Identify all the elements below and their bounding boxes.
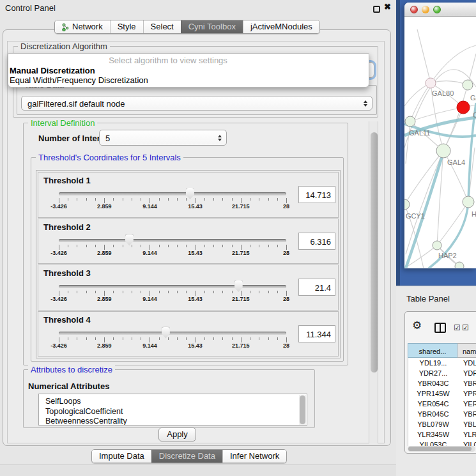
split-view-icon[interactable] (434, 323, 446, 333)
threshold-value-field[interactable]: 21.4 (298, 279, 335, 296)
tab-select[interactable]: Select (143, 20, 181, 33)
node-attribute-table: shared...name YDL19...YDL19...YDR27...YD… (408, 343, 476, 446)
threshold-label: Threshold 1 (43, 176, 91, 185)
algorithm-option-equal-width-frequency-discretization[interactable]: Equal Width/Frequency Discretization (8, 75, 369, 85)
gear-icon[interactable]: ⚙ (412, 320, 422, 331)
tab-network[interactable]: Network (55, 20, 110, 33)
num-intervals-select[interactable]: 5 (99, 130, 227, 146)
tab-label: Infer Network (230, 450, 279, 463)
attribute-item-topologicalcoefficient[interactable]: TopologicalCoefficient (39, 407, 307, 417)
threshold-row-4: Threshold 4-3.4262.8599.14415.4321.71528… (38, 311, 339, 357)
table-row[interactable]: YBL079WYBL079W (408, 419, 476, 429)
threshold-row-2: Threshold 2-3.4262.8599.14415.4321.71528… (38, 219, 339, 265)
table-cell: YDL19... (458, 358, 476, 368)
thresholds-container: Threshold 1-3.4262.8599.14415.4321.71528… (36, 170, 341, 358)
table-row[interactable]: YIL053CYIL053C (408, 440, 476, 446)
algorithm-option-manual-discretization[interactable]: Manual Discretization (8, 66, 369, 75)
attribute-item-selfloops[interactable]: SelfLoops (39, 394, 307, 407)
network-node-ga[interactable] (463, 80, 473, 90)
panel-title: Control Panel (5, 3, 56, 13)
vertical-scrollbar[interactable] (369, 121, 378, 443)
table-row[interactable]: YPR145WYPR145W (408, 388, 476, 399)
network-node-label: GAL4 (447, 158, 465, 166)
network-node-hap2[interactable] (433, 241, 441, 250)
tab-cyni-toolbox[interactable]: Cyni Toolbox (181, 20, 243, 33)
table-cell: YIL053C (458, 440, 476, 446)
zoom-traffic-light[interactable] (433, 6, 441, 13)
network-node-gal11[interactable] (405, 116, 415, 127)
float-window-icon[interactable] (373, 6, 380, 13)
network-node-h[interactable] (463, 196, 474, 208)
network-edge[interactable] (404, 151, 443, 204)
close-traffic-light[interactable] (410, 6, 418, 13)
network-view-window: GAL80GACGAL11GAL4GCY1HHAP2 (404, 3, 476, 268)
table-row[interactable]: YDR27...YDR27... (408, 368, 476, 378)
network-node-c-red[interactable] (457, 101, 470, 114)
slider-track[interactable] (59, 332, 286, 335)
network-node-label: GAL80 (432, 89, 454, 97)
threshold-value-field[interactable]: 14.713 (298, 186, 335, 203)
table-row[interactable]: YBR045CYBR045C (408, 409, 476, 419)
table-cell: YBR043C (408, 378, 458, 388)
slider-track[interactable] (59, 239, 286, 242)
close-icon[interactable]: ✖ (384, 2, 391, 12)
scrollbar-thumb[interactable] (371, 132, 378, 372)
table-row[interactable]: YLR345WYLR345W (408, 429, 476, 440)
table-cell: YDR27... (458, 368, 476, 378)
network-node-label: GCY1 (406, 212, 425, 220)
table-panel: Table Panel ⚙ ☑ ☑ shared...name YDL19...… (396, 286, 476, 476)
network-node-gal4[interactable] (436, 144, 450, 158)
minimize-traffic-light[interactable] (422, 6, 429, 13)
table-cell: YER054C (458, 399, 476, 409)
column-header-shared[interactable]: shared... (408, 343, 457, 358)
network-node-edge-node[interactable] (455, 262, 464, 268)
checkbox-icon[interactable]: ☑ (462, 323, 469, 332)
slider-tick-labels: -3.4262.8599.14415.4321.71528 (59, 296, 286, 303)
num-intervals-value: 5 (105, 133, 110, 142)
column-header-name[interactable]: name (457, 343, 476, 358)
tab-impute-data[interactable]: Impute Data (92, 450, 151, 463)
network-node-label: C (473, 111, 476, 119)
threshold-value-field[interactable]: 6.316 (298, 233, 335, 250)
network-node-gal80[interactable] (426, 78, 436, 88)
tab-label: Network (72, 20, 103, 33)
attributes-group-title: Attributes to discretize (28, 365, 115, 374)
apply-button[interactable]: Apply (158, 427, 196, 441)
node-table-subpanel: ⚙ ☑ ☑ shared...name YDL19...YDL19...YDR2… (404, 311, 476, 454)
horizontal-scrollbar[interactable] (408, 446, 475, 452)
tab-infer-network[interactable]: Infer Network (222, 450, 286, 463)
thresholds-group-title: Threshold's Coordinates for 5 Intervals (36, 153, 183, 162)
table-data-select[interactable]: galFiltered.sif default node (21, 96, 372, 111)
cyni-mode-tabs: Impute DataDiscretize DataInfer Network (91, 449, 287, 463)
network-node-label: HAP2 (438, 252, 457, 259)
network-node-gcy1[interactable] (404, 199, 410, 210)
attribute-list-scrollbar[interactable] (299, 395, 306, 425)
tab-style[interactable]: Style (110, 20, 143, 33)
checkbox-icon[interactable]: ☑ (454, 323, 461, 332)
tab-label: Discretize Data (159, 450, 215, 463)
attribute-item-betweennesscentrality[interactable]: BetweennessCentrality (39, 417, 307, 426)
threshold-label: Threshold 3 (43, 268, 91, 278)
network-canvas[interactable]: GAL80GACGAL11GAL4GCY1HHAP2 (404, 17, 476, 268)
network-icon (62, 23, 69, 31)
threshold-value-field[interactable]: 11.344 (298, 325, 335, 342)
numerical-attributes-label: Numerical Attributes (28, 381, 109, 391)
combo-arrows-icon (364, 100, 367, 107)
threshold-label: Threshold 4 (43, 315, 91, 325)
network-edge[interactable] (417, 29, 431, 83)
table-cell: YBL079W (458, 419, 476, 429)
tab-jactivemnodules[interactable]: jActiveMNodules (243, 20, 319, 33)
network-window-titlebar[interactable] (404, 3, 476, 17)
algorithm-placeholder-item[interactable]: Select algorithm to view settings (8, 56, 328, 66)
scrollbar-thumb[interactable] (408, 447, 472, 451)
tab-discretize-data[interactable]: Discretize Data (151, 450, 222, 463)
slider-track[interactable] (59, 285, 286, 288)
table-row[interactable]: YDL19...YDL19... (408, 358, 476, 368)
threshold-row-3: Threshold 3-3.4262.8599.14415.4321.71528… (38, 265, 339, 311)
numerical-attributes-list[interactable]: SelfLoopsTopologicalCoefficientBetweenne… (38, 394, 307, 426)
table-row[interactable]: YER054CYER054C (408, 399, 476, 409)
network-edge[interactable] (431, 81, 468, 85)
slider-track[interactable] (59, 192, 286, 196)
table-row[interactable]: YBR043CYBR043C (408, 378, 476, 388)
network-edge-thick[interactable] (406, 152, 443, 268)
